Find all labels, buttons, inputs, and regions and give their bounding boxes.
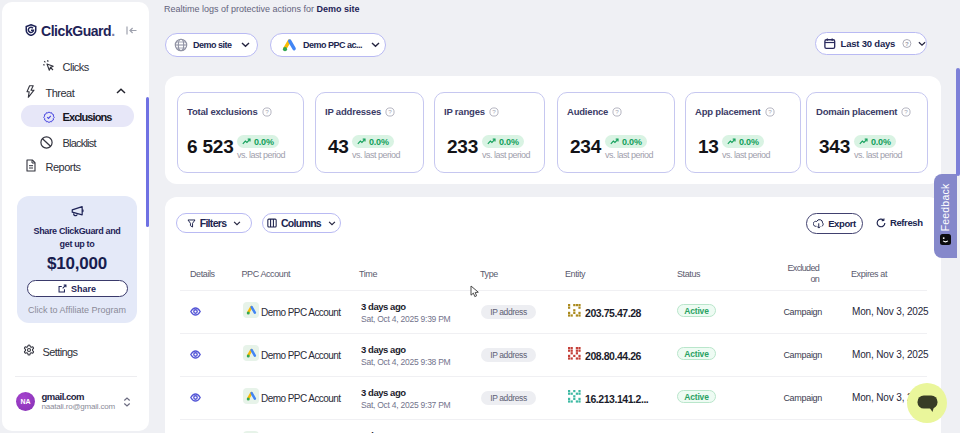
svg-text:?: ?	[616, 108, 620, 115]
svg-text:?: ?	[905, 108, 909, 115]
svg-text:?: ?	[492, 108, 496, 115]
svg-text:?: ?	[265, 108, 269, 115]
svg-text:?: ?	[388, 108, 392, 115]
svg-text:?: ?	[905, 40, 909, 47]
svg-text:?: ?	[768, 108, 772, 115]
